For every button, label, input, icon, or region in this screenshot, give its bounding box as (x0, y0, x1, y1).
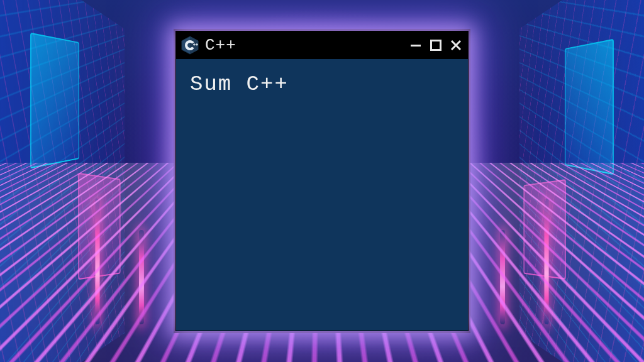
svg-rect-7 (431, 41, 441, 50)
neon-panel (565, 39, 614, 175)
maximize-button[interactable] (429, 38, 443, 52)
maximize-icon (430, 39, 442, 52)
minimize-icon (409, 39, 422, 52)
close-icon (450, 39, 462, 52)
close-button[interactable] (449, 38, 463, 52)
svg-rect-5 (196, 43, 197, 46)
terminal-window: C++ Sum C++ (175, 31, 469, 331)
svg-rect-3 (194, 43, 194, 46)
terminal-line: Sum C++ (190, 73, 454, 96)
terminal-body[interactable]: Sum C++ (176, 59, 468, 331)
neon-panel (30, 33, 79, 169)
window-title: C++ (205, 36, 402, 55)
window-titlebar[interactable]: C++ (176, 31, 468, 59)
svg-rect-6 (411, 45, 421, 47)
minimize-button[interactable] (409, 38, 423, 52)
window-controls (409, 38, 463, 52)
cpp-logo-icon (181, 36, 199, 55)
